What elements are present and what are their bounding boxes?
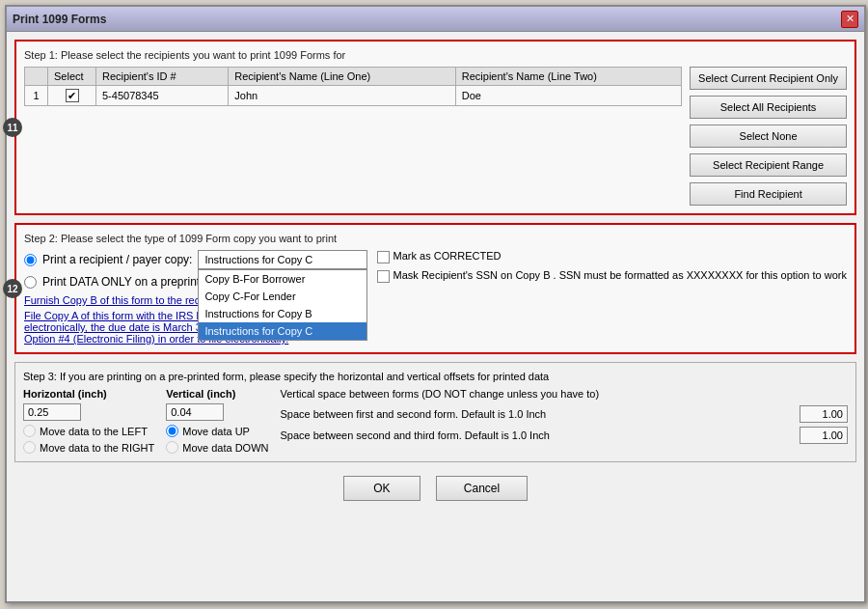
mask-ssn-label: Mask Recipient's SSN on Copy B . SSN mus… <box>393 269 847 281</box>
horizontal-title: Horizontal (inch) <box>23 388 154 400</box>
step2-inner: Print a recipient / payer copy: Copy B-F… <box>24 250 847 345</box>
mask-ssn-row: Mask Recipient's SSN on Copy B . SSN mus… <box>377 269 847 283</box>
copy-select-wrapper: Copy B-For Borrower Copy C-For Lender In… <box>198 250 366 269</box>
move-right-radio[interactable] <box>23 441 36 454</box>
step2-section: 12 Step 2: Please select the type of 109… <box>14 223 856 354</box>
col-id: Recipient's ID # <box>96 68 229 86</box>
close-button[interactable]: ✕ <box>841 11 858 28</box>
move-down-label: Move data DOWN <box>182 442 268 454</box>
step1-badge: 11 <box>3 118 22 137</box>
select-range-button[interactable]: Select Recipient Range <box>690 153 847 177</box>
recipient-checkbox[interactable]: ✔ <box>66 89 79 102</box>
vertical-group: Vertical (inch) Move data UP Move data D… <box>166 388 268 454</box>
step3-label: Step 3: If you are printing on a pre-pri… <box>23 371 848 382</box>
side-buttons: Select Current Recipient Only Select All… <box>690 67 847 206</box>
step3-section: Step 3: If you are printing on a pre-pri… <box>14 362 856 462</box>
move-left-label: Move data to the LEFT <box>40 426 148 437</box>
table-row: 1 ✔ 5-45078345 John Doe <box>25 86 682 106</box>
move-up-row: Move data UP <box>166 425 268 437</box>
vs-row2-label: Space between second and third form. Def… <box>280 429 549 441</box>
vertical-space-group: Vertical space between forms (DO NOT cha… <box>280 388 848 454</box>
dropdown-item-3[interactable]: Instructions for Copy C <box>199 322 366 340</box>
move-right-row: Move data to the RIGHT <box>23 441 154 454</box>
col-select: Select <box>48 68 96 86</box>
step3-inner: Horizontal (inch) Move data to the LEFT … <box>23 388 848 454</box>
move-down-radio[interactable] <box>166 441 178 454</box>
move-up-label: Move data UP <box>182 426 250 437</box>
cancel-button[interactable]: Cancel <box>436 476 528 501</box>
vs-row-2: Space between second and third form. Def… <box>280 427 848 444</box>
step1-label: Step 1: Please select the recipients you… <box>24 49 847 61</box>
main-window: Print 1099 Forms ✕ 11 Step 1: Please sel… <box>5 5 866 603</box>
dropdown-item-0[interactable]: Copy B-For Borrower <box>199 270 366 288</box>
window-title: Print 1099 Forms <box>13 13 106 26</box>
radio1-label: Print a recipient / payer copy: <box>42 253 192 266</box>
step1-section: 11 Step 1: Please select the recipients … <box>14 40 856 215</box>
radio-row-1: Print a recipient / payer copy: Copy B-F… <box>24 250 367 269</box>
ok-button[interactable]: OK <box>343 476 420 501</box>
select-none-button[interactable]: Select None <box>690 125 847 148</box>
move-down-row: Move data DOWN <box>166 441 268 454</box>
row-check-cell[interactable]: ✔ <box>48 86 96 106</box>
row-num-cell: 1 <box>25 86 48 106</box>
vs-row-1: Space between first and second form. Def… <box>280 405 848 423</box>
dropdown-item-2[interactable]: Instructions for Copy B <box>199 305 366 322</box>
mask-ssn-checkbox[interactable] <box>377 270 390 283</box>
step2-label: Step 2: Please select the type of 1099 F… <box>24 233 847 244</box>
row-name2-cell: Doe <box>455 86 681 106</box>
radio-recipient-copy[interactable] <box>24 254 37 266</box>
footer-buttons: OK Cancel <box>14 470 856 505</box>
titlebar: Print 1099 Forms ✕ <box>7 7 864 32</box>
copy-type-select[interactable]: Copy B-For Borrower Copy C-For Lender In… <box>198 250 366 269</box>
col-num <box>25 68 48 86</box>
mark-corrected-row: Mark as CORRECTED <box>377 250 847 263</box>
row-id-cell: 5-45078345 <box>96 86 229 106</box>
select-all-button[interactable]: Select All Recipients <box>690 96 847 119</box>
horizontal-group: Horizontal (inch) Move data to the LEFT … <box>23 388 154 454</box>
vs-row1-input[interactable] <box>800 405 848 423</box>
col-name1: Recipient's Name (Line One) <box>229 68 456 86</box>
horizontal-input[interactable] <box>23 403 81 421</box>
vertical-title: Vertical (inch) <box>166 388 268 400</box>
radio-data-only[interactable] <box>24 276 37 289</box>
vs-row2-input[interactable] <box>800 427 848 444</box>
move-right-label: Move data to the RIGHT <box>40 442 154 454</box>
step1-inner: Select Recipient's ID # Recipient's Name… <box>24 67 847 206</box>
content-area: 11 Step 1: Please select the recipients … <box>7 32 864 512</box>
move-left-row: Move data to the LEFT <box>23 425 154 437</box>
dropdown-item-1[interactable]: Copy C-For Lender <box>199 288 366 305</box>
radio2-label: Print DATA ONLY on a preprinte <box>42 275 206 289</box>
move-left-radio[interactable] <box>23 425 36 437</box>
select-current-button[interactable]: Select Current Recipient Only <box>690 67 847 90</box>
vertical-input[interactable] <box>166 403 224 421</box>
step2-right: Mark as CORRECTED Mask Recipient's SSN o… <box>377 250 847 345</box>
row-name1-cell: John <box>229 86 456 106</box>
mark-corrected-label: Mark as CORRECTED <box>393 250 502 262</box>
mark-corrected-checkbox[interactable] <box>377 251 390 263</box>
dropdown-open-list: Copy B-For Borrower Copy C-For Lender In… <box>198 269 366 341</box>
move-up-radio[interactable] <box>166 425 178 437</box>
find-recipient-button[interactable]: Find Recipient <box>690 182 847 206</box>
col-name2: Recipient's Name (Line Two) <box>455 68 681 86</box>
recipients-table: Select Recipient's ID # Recipient's Name… <box>24 67 682 106</box>
vs-row1-label: Space between first and second form. Def… <box>280 408 546 420</box>
step2-left: Print a recipient / payer copy: Copy B-F… <box>24 250 367 345</box>
step2-badge: 12 <box>3 279 22 298</box>
vs-title: Vertical space between forms (DO NOT cha… <box>280 388 848 400</box>
recipients-table-area: Select Recipient's ID # Recipient's Name… <box>24 67 682 206</box>
